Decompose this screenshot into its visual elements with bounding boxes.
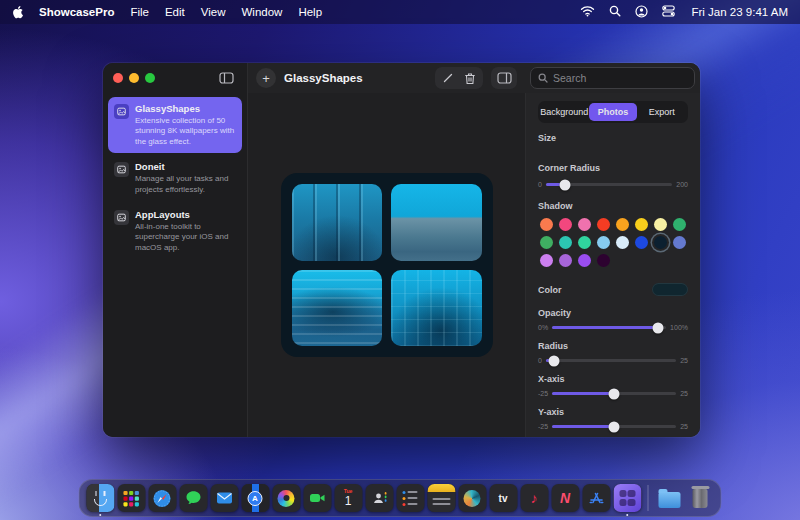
sidebar-item-doneit[interactable]: Doneit Manage all your tasks and project… (108, 155, 242, 201)
menu-window[interactable]: Window (242, 6, 283, 18)
slider-max: 25 (680, 423, 688, 430)
wallpaper-tile-grid[interactable] (391, 270, 482, 347)
corner-radius-slider[interactable] (546, 183, 672, 186)
radius-slider[interactable] (546, 359, 676, 362)
shadow-color-dot[interactable] (673, 236, 686, 249)
search-icon[interactable] (609, 5, 621, 19)
dock-separator (648, 485, 649, 511)
user-icon[interactable] (635, 5, 648, 20)
dock-mail-icon[interactable] (210, 481, 239, 515)
trash-icon[interactable] (459, 68, 481, 88)
slider-max: 100% (670, 324, 688, 331)
dock-notes-icon[interactable] (427, 481, 456, 515)
shadow-color-dot[interactable] (559, 254, 572, 267)
wallpaper-tile-horizon[interactable] (391, 184, 482, 261)
close-button[interactable] (113, 73, 123, 83)
slider-max: 200 (676, 181, 688, 188)
zoom-button[interactable] (145, 73, 155, 83)
apple-menu-icon[interactable] (12, 5, 25, 19)
menu-edit[interactable]: Edit (165, 6, 185, 18)
slider-min: -25 (538, 423, 548, 430)
slider-max: 25 (680, 390, 688, 397)
sidebar-toggle-icon[interactable] (215, 68, 237, 88)
shadow-color-dot[interactable] (597, 218, 610, 231)
control-center-icon[interactable] (662, 5, 675, 19)
dock-contacts-icon[interactable] (365, 481, 394, 515)
shadow-color-dot[interactable] (578, 236, 591, 249)
dock-facetime-icon[interactable] (303, 481, 332, 515)
dock-music-icon[interactable]: ♪ (520, 481, 549, 515)
shadow-color-dot[interactable] (597, 236, 610, 249)
photo-icon (114, 162, 129, 177)
wifi-icon[interactable] (580, 5, 595, 19)
photo-icon (114, 104, 129, 119)
panel-toggle-icon[interactable] (491, 67, 517, 89)
minimize-button[interactable] (129, 73, 139, 83)
edit-pencil-icon[interactable] (437, 68, 459, 88)
dock-safari-icon[interactable] (148, 481, 177, 515)
wallpaper-tile-glass-columns[interactable] (292, 184, 383, 261)
dock-calendar-icon[interactable]: Tue1 (334, 481, 363, 515)
dock-reminders-icon[interactable] (396, 481, 425, 515)
shadow-color-dot[interactable] (597, 254, 610, 267)
shadow-color-dot[interactable] (578, 254, 591, 267)
shadow-color-dot[interactable] (635, 218, 648, 231)
shadow-color-dot[interactable] (559, 236, 572, 249)
sidebar-item-title: AppLayouts (135, 209, 236, 220)
app-window: + GlassyShapes Search (103, 63, 700, 437)
dock-apple-tv-icon[interactable]: tv (489, 481, 518, 515)
tab-photos[interactable]: Photos (589, 103, 638, 121)
shadow-color-dot[interactable] (654, 236, 667, 249)
tab-background[interactable]: Background (540, 103, 589, 121)
dock-messages-icon[interactable] (179, 481, 208, 515)
menu-help[interactable]: Help (298, 6, 322, 18)
dock-launchpad-icon[interactable] (117, 481, 146, 515)
titlebar-search-section: Search (525, 63, 700, 93)
menubar-clock[interactable]: Fri Jan 23 9:41 AM (691, 6, 788, 18)
corner-radius-label: Corner Radius (538, 163, 688, 173)
slider-min: -25 (538, 390, 548, 397)
shadow-color-dot[interactable] (635, 236, 648, 249)
menu-view[interactable]: View (201, 6, 226, 18)
dock-app-store-icon[interactable] (582, 481, 611, 515)
photo-icon (114, 210, 129, 225)
shadow-color-dot[interactable] (673, 218, 686, 231)
shadow-color-dot[interactable] (540, 236, 553, 249)
color-swatch[interactable] (652, 283, 688, 296)
wallpaper-preview-board[interactable] (281, 173, 493, 357)
menubar-app-name[interactable]: ShowcasePro (39, 6, 114, 18)
x-axis-slider[interactable] (552, 392, 676, 395)
sidebar-item-applayouts[interactable]: AppLayouts All-in-one toolkit to superch… (108, 203, 242, 259)
dock-siri-icon[interactable] (458, 481, 487, 515)
dock-showcasepro-icon[interactable] (613, 481, 642, 515)
tab-export[interactable]: Export (637, 103, 686, 121)
menu-file[interactable]: File (130, 6, 149, 18)
dock-news-icon[interactable]: N (551, 481, 580, 515)
shadow-color-dot[interactable] (616, 218, 629, 231)
y-axis-slider[interactable] (552, 425, 676, 428)
opacity-slider[interactable] (552, 326, 666, 329)
shadow-color-dot[interactable] (559, 218, 572, 231)
radius-label: Radius (538, 341, 688, 351)
dock-downloads-folder-icon[interactable] (655, 481, 684, 515)
search-placeholder: Search (553, 72, 586, 84)
dock-trash-icon[interactable] (686, 481, 715, 515)
dock-photos-icon[interactable] (272, 481, 301, 515)
shadow-color-dot[interactable] (616, 236, 629, 249)
search-field-icon (538, 73, 548, 83)
shadow-color-dot[interactable] (578, 218, 591, 231)
wallpaper-tile-stripes[interactable] (292, 270, 383, 347)
shadow-color-dot[interactable] (540, 254, 553, 267)
dock-app-store-circle-icon[interactable]: A (241, 481, 270, 515)
dock-finder-icon[interactable] (86, 481, 115, 515)
shadow-color-dot[interactable] (654, 218, 667, 231)
slider-max: 25 (680, 357, 688, 364)
dock: ATue1tv♪N (79, 479, 722, 517)
sidebar-item-glassyshapes[interactable]: GlassyShapes Extensive collection of 50 … (108, 97, 242, 153)
sidebar: GlassyShapes Extensive collection of 50 … (103, 93, 248, 437)
color-label: Color (538, 285, 562, 295)
sidebar-item-desc: All-in-one toolkit to supercharge your i… (135, 222, 236, 253)
add-button[interactable]: + (256, 68, 276, 88)
shadow-color-dot[interactable] (540, 218, 553, 231)
search-input[interactable]: Search (530, 67, 695, 89)
